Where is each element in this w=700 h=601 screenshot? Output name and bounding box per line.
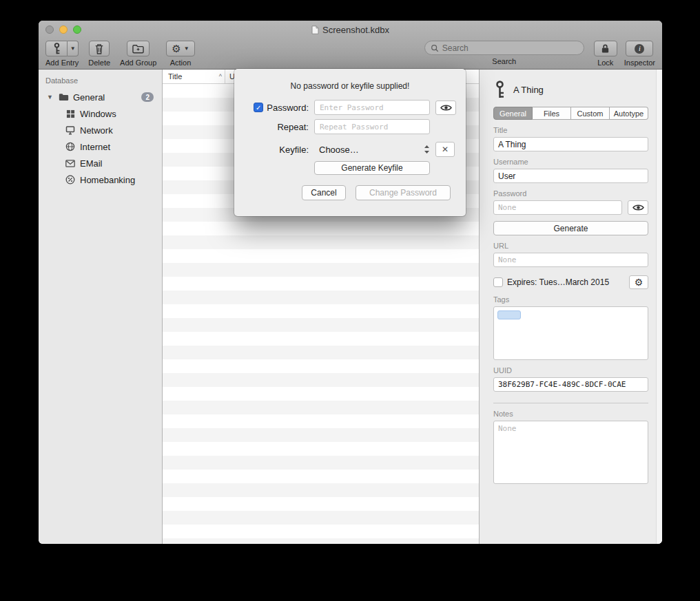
traffic-lights — [45, 25, 81, 34]
reveal-password-button[interactable] — [435, 101, 456, 115]
sidebar-item-label: EMail — [80, 158, 103, 169]
add-group-button[interactable] — [127, 41, 150, 56]
title-field[interactable]: A Thing — [493, 137, 648, 151]
uuid-label: UUID — [493, 366, 648, 375]
column-title-label: Title — [168, 72, 182, 81]
generate-keyfile-button[interactable]: Generate Keyfile — [314, 161, 430, 175]
action-label: Action — [170, 59, 192, 67]
generate-password-button[interactable]: Generate — [493, 221, 648, 235]
inspector-tabs: General Files Custom Autotype — [493, 107, 648, 120]
toolbar-item-search: Search Search — [424, 41, 584, 65]
table-row — [163, 332, 479, 346]
tab-custom[interactable]: Custom — [571, 107, 610, 120]
table-row — [163, 359, 479, 373]
disclosure-triangle-icon[interactable]: ▼ — [47, 94, 54, 101]
toolbar-item-add-group: Add Group — [120, 41, 156, 67]
table-row — [163, 470, 479, 483]
inspector-label: Inspector — [624, 59, 655, 67]
titlebar: Screenshot.kdbx — [39, 21, 662, 39]
lock-label: Lock — [597, 59, 613, 67]
sidebar-item-label: Homebanking — [80, 175, 135, 185]
sidebar-item-email[interactable]: EMail — [39, 155, 162, 171]
keyfile-popup[interactable]: Choose… — [314, 145, 430, 155]
uuid-field[interactable]: 38F629B7-FC4E-489C-8DCF-0CAE — [493, 377, 648, 392]
table-row — [163, 414, 479, 428]
inspector-button[interactable]: i — [626, 41, 653, 56]
sidebar-item-general[interactable]: ▼ General 2 — [39, 89, 162, 105]
zoom-button[interactable] — [73, 25, 81, 34]
repeat-label: Repeat: — [277, 122, 309, 132]
tag-token[interactable] — [497, 310, 521, 319]
expires-checkbox[interactable] — [493, 277, 503, 287]
action-button[interactable]: ⚙ ▼ — [166, 41, 194, 56]
window-title-text: Screenshot.kdbx — [322, 25, 389, 35]
add-entry-button[interactable] — [45, 41, 68, 56]
lock-icon — [601, 43, 610, 54]
sidebar-item-network[interactable]: Network — [39, 122, 162, 138]
entry-header: A Thing — [495, 81, 648, 98]
password-row: ✓ Password: Enter Password — [248, 100, 455, 115]
monitor-icon — [65, 125, 76, 135]
tags-label: Tags — [493, 295, 648, 304]
change-password-dialog: No password or keyfile supplied! ✓ Passw… — [234, 69, 466, 216]
clear-keyfile-button[interactable]: ✕ — [435, 142, 455, 157]
expires-settings-button[interactable]: ⚙ — [629, 275, 648, 289]
tab-files[interactable]: Files — [533, 107, 571, 120]
add-group-label: Add Group — [120, 59, 156, 67]
close-button[interactable] — [45, 25, 54, 34]
table-row — [163, 235, 479, 249]
username-field[interactable]: User — [493, 169, 648, 183]
sidebar-item-label: Windows — [80, 109, 116, 119]
sidebar-item-label: General — [73, 92, 105, 103]
password-checkbox[interactable]: ✓ — [254, 103, 263, 112]
table-row — [163, 456, 479, 470]
info-icon: i — [635, 44, 644, 54]
reveal-password-button[interactable] — [628, 200, 648, 215]
sidebar-item-windows[interactable]: Windows — [39, 105, 162, 122]
column-header-title[interactable]: Title ^ — [163, 70, 225, 83]
change-password-button[interactable]: Change Password — [356, 185, 451, 200]
window-header: Screenshot.kdbx ▼ Add Entry Delete — [39, 21, 662, 70]
sidebar-item-homebanking[interactable]: Homebanking — [39, 171, 162, 188]
table-row — [163, 497, 479, 511]
eye-icon — [632, 204, 644, 211]
window-title: Screenshot.kdbx — [311, 25, 389, 35]
search-input[interactable]: Search — [424, 41, 584, 55]
sidebar-item-internet[interactable]: Internet — [39, 138, 162, 155]
delete-button[interactable] — [89, 41, 110, 56]
folder-icon — [58, 93, 69, 101]
sidebar-item-label: Internet — [80, 142, 110, 152]
keyfile-row: Keyfile: Choose… ✕ — [248, 142, 455, 157]
table-row — [163, 249, 479, 263]
table-row — [163, 428, 479, 442]
tags-field[interactable] — [493, 306, 648, 360]
notes-field[interactable]: None — [493, 421, 648, 484]
trash-icon — [94, 43, 104, 54]
search-label: Search — [492, 57, 516, 65]
table-row — [163, 318, 479, 332]
lock-button[interactable] — [594, 41, 617, 56]
gear-icon: ⚙ — [635, 277, 644, 287]
envelope-icon — [65, 160, 76, 167]
table-row — [163, 401, 479, 414]
cancel-button[interactable]: Cancel — [302, 185, 346, 200]
inspector-panel: A Thing General Files Custom Autotype Ti… — [479, 70, 662, 544]
minimize-button[interactable] — [59, 25, 68, 34]
toolbar: ▼ Add Entry Delete Add Group ⚙ ▼ — [39, 39, 662, 70]
enter-password-field[interactable]: Enter Password — [314, 100, 430, 115]
url-field[interactable]: None — [493, 253, 648, 267]
inspector-scrollbar[interactable] — [656, 70, 662, 544]
table-row — [163, 373, 479, 387]
sort-ascending-icon: ^ — [219, 73, 222, 80]
password-field[interactable]: None — [493, 200, 622, 215]
chevron-down-icon: ▼ — [70, 45, 76, 52]
eye-icon — [440, 104, 452, 112]
tab-autotype[interactable]: Autotype — [610, 107, 648, 120]
toolbar-item-lock: Lock — [594, 41, 617, 67]
keyfile-label: Keyfile: — [279, 145, 309, 155]
tab-general[interactable]: General — [493, 107, 533, 120]
repeat-password-field[interactable]: Repeat Password — [314, 119, 430, 134]
close-icon: ✕ — [442, 145, 449, 154]
add-entry-dropdown-button[interactable]: ▼ — [68, 41, 79, 56]
percent-icon — [65, 175, 76, 184]
